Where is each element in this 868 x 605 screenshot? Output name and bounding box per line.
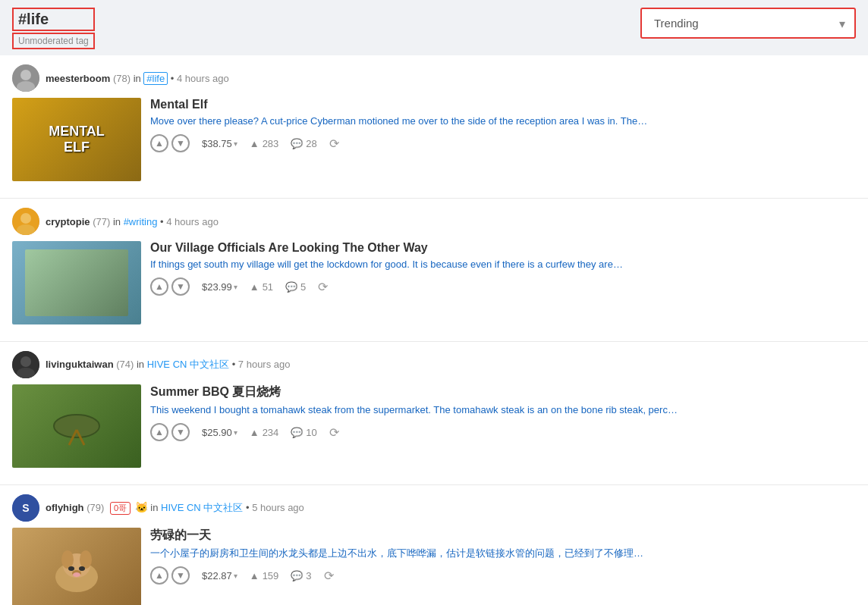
post-actions: ▲ ▼ $38.75 ▾ ▲ 283 💬 28 <box>150 134 856 152</box>
username: oflyhigh <box>46 502 84 513</box>
post-actions: ▲ ▼ $22.87 ▾ ▲ 159 💬 3 <box>150 566 856 585</box>
up-arrow-icon: ▲ <box>250 281 259 293</box>
avatar <box>12 351 39 378</box>
upvote-button[interactable]: ▲ <box>150 134 168 152</box>
comment-icon: 💬 <box>291 570 303 581</box>
downvote-button[interactable]: ▼ <box>171 277 190 296</box>
avatar <box>12 208 39 235</box>
reputation: (74) <box>116 359 134 370</box>
upvote-count: ▲ 283 <box>250 138 279 149</box>
up-arrow-icon: ▲ <box>250 570 259 581</box>
svg-point-22 <box>73 572 80 577</box>
in-label: in <box>134 73 144 84</box>
downvote-button[interactable]: ▼ <box>171 566 190 585</box>
table-row: meesterboom (78) in #life • 4 hours ago … <box>0 55 868 199</box>
payout: $25.90 ▾ <box>202 427 237 438</box>
post-time: 5 hours ago <box>252 502 304 513</box>
upvote-button[interactable]: ▲ <box>150 277 168 296</box>
sort-dropdown[interactable]: Trending Hot New Promoted <box>642 9 854 37</box>
badge-emoji: 🐱 <box>135 501 148 513</box>
payout: $23.99 ▾ <box>202 281 237 293</box>
post-title[interactable]: Summer BBQ 夏日烧烤 <box>150 384 856 400</box>
post-actions: ▲ ▼ $23.99 ▾ ▲ 51 💬 5 <box>150 277 856 296</box>
resteem-button[interactable]: ⟳ <box>324 569 334 583</box>
post-excerpt: If things get south my village will get … <box>150 258 856 271</box>
table-row: cryptopie (77) in #writing • 4 hours ago… <box>0 199 868 342</box>
post-header: livinguktaiwan (74) in HIVE CN 中文社区 • 7 … <box>12 351 856 378</box>
svg-point-18 <box>80 550 92 569</box>
username: meesterboom <box>46 73 110 84</box>
svg-point-20 <box>79 566 85 571</box>
post-content: Mental Elf Move over there please? A cut… <box>150 98 856 181</box>
post-title[interactable]: 劳碌的一天 <box>150 528 856 544</box>
downvote-button[interactable]: ▼ <box>171 423 190 441</box>
resteem-button[interactable]: ⟳ <box>329 136 339 151</box>
comment-number: 10 <box>306 427 316 438</box>
post-thumbnail <box>12 241 141 324</box>
in-label: in <box>113 216 124 227</box>
bullet: • <box>232 359 238 370</box>
upvote-button[interactable]: ▲ <box>150 566 168 585</box>
up-arrow-icon: ▲ <box>250 427 259 438</box>
post-title[interactable]: Mental Elf <box>150 98 856 111</box>
tag-link[interactable]: HIVE CN 中文社区 <box>147 359 229 370</box>
reputation: (78) <box>113 73 131 84</box>
payout-dropdown[interactable]: ▾ <box>234 572 237 580</box>
payout-dropdown[interactable]: ▾ <box>234 139 237 148</box>
post-thumbnail <box>12 528 141 605</box>
post-content: Our Village Officials Are Looking The Ot… <box>150 241 856 324</box>
post-excerpt: Move over there please? A cut-price Cybe… <box>150 114 856 128</box>
vote-buttons: ▲ ▼ <box>150 566 190 585</box>
upvote-number: 234 <box>263 427 279 438</box>
svg-point-10 <box>54 415 99 437</box>
comment-icon: 💬 <box>291 427 303 438</box>
bullet: • <box>160 216 166 227</box>
post-content: Summer BBQ 夏日烧烤 This weekend I bought a … <box>150 384 856 468</box>
username: cryptopie <box>46 216 90 227</box>
comment-count: 💬 5 <box>285 281 306 293</box>
sort-dropdown-wrapper[interactable]: Trending Hot New Promoted <box>640 8 856 39</box>
post-thumbnail <box>12 384 141 468</box>
table-row: livinguktaiwan (74) in HIVE CN 中文社区 • 7 … <box>0 342 868 485</box>
comment-count: 💬 28 <box>291 138 316 149</box>
tag-link[interactable]: HIVE CN 中文社区 <box>161 502 243 513</box>
post-body: MENTAL ELF Mental Elf Move over there pl… <box>12 98 856 181</box>
tag-link[interactable]: #writing <box>124 216 158 227</box>
in-label: in <box>150 502 161 513</box>
payout-dropdown[interactable]: ▾ <box>234 428 237 437</box>
comment-count: 💬 10 <box>291 427 316 438</box>
post-time: 4 hours ago <box>166 216 219 227</box>
comment-count: 💬 3 <box>291 570 311 581</box>
svg-point-17 <box>61 550 74 569</box>
resteem-button[interactable]: ⟳ <box>318 280 328 294</box>
table-row: S oflyhigh (79) 0哥 🐱 in HIVE CN 中文社区 • 5… <box>0 485 868 605</box>
page-container: #life Unmoderated tag Trending Hot New P… <box>0 0 868 605</box>
payout-amount: $25.90 <box>202 427 232 438</box>
tag-subtitle: Unmoderated tag <box>12 33 95 49</box>
post-excerpt: This weekend I bought a tomahawk steak f… <box>150 403 856 417</box>
upvote-number: 283 <box>263 138 279 149</box>
upvote-button[interactable]: ▲ <box>150 423 168 441</box>
payout-dropdown[interactable]: ▾ <box>234 283 237 291</box>
reputation: (77) <box>93 216 110 227</box>
post-body: 劳碌的一天 一个小屋子的厨房和卫生间的水龙头都是上边不出水，底下哗哗漏，估计是软… <box>12 528 856 605</box>
tag-link[interactable]: #life <box>143 72 168 85</box>
downvote-button[interactable]: ▼ <box>171 134 190 152</box>
reputation: (79) <box>86 502 104 513</box>
post-actions: ▲ ▼ $25.90 ▾ ▲ 234 💬 10 <box>150 423 856 441</box>
post-meta: meesterboom (78) in #life • 4 hours ago <box>46 73 229 84</box>
svg-point-19 <box>68 566 74 571</box>
vote-buttons: ▲ ▼ <box>150 134 190 152</box>
thumb-text-1: MENTAL <box>49 124 105 139</box>
thumb-text-2: ELF <box>64 139 90 155</box>
resteem-button[interactable]: ⟳ <box>329 425 339 440</box>
upvote-number: 51 <box>263 281 273 293</box>
upvote-count: ▲ 51 <box>250 281 273 293</box>
comment-number: 28 <box>306 138 316 149</box>
upvote-count: ▲ 234 <box>250 427 279 438</box>
comment-icon: 💬 <box>285 281 297 293</box>
comment-number: 5 <box>300 281 306 293</box>
post-title[interactable]: Our Village Officials Are Looking The Ot… <box>150 241 856 255</box>
top-bar: #life Unmoderated tag Trending Hot New P… <box>0 0 868 55</box>
post-thumbnail: MENTAL ELF <box>12 98 141 181</box>
